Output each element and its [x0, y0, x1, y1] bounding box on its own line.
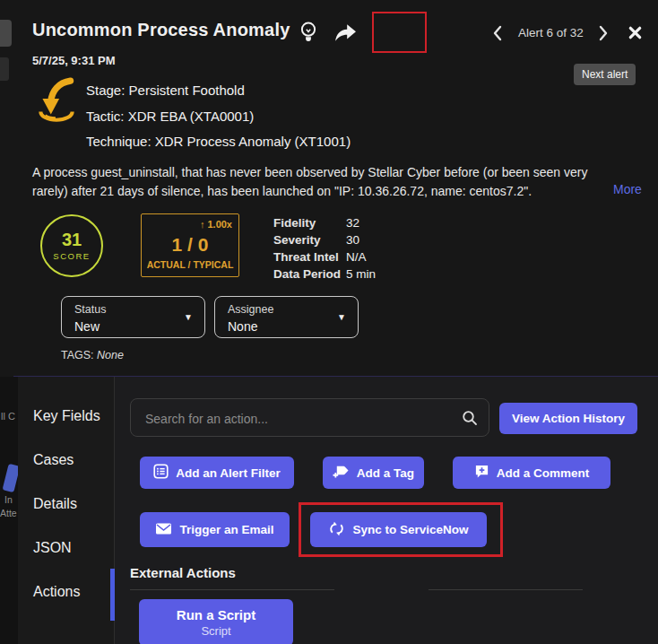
divider: [130, 589, 334, 590]
kill-chain-tactic: Tactic: XDR EBA (XTA0001): [86, 109, 254, 124]
background-fragment: [0, 57, 9, 81]
ratio-multiplier: ↑ 1.00x: [200, 219, 232, 230]
metric-row: Threat Intel N/A: [273, 248, 376, 265]
annotation-box-top: [372, 12, 427, 53]
background-strip: ll C In Atte: [0, 377, 18, 644]
page-title: Uncommon Process Anomaly: [32, 20, 290, 40]
chevron-down-icon: ▼: [337, 312, 346, 322]
add-comment-button[interactable]: Add a Comment: [453, 457, 610, 489]
run-script-button[interactable]: Run a Script Script: [139, 599, 293, 644]
background-text-fragment: ll C: [1, 411, 15, 422]
chevron-down-icon: ▼: [184, 312, 193, 322]
kill-chain-stage: Stage: Persistent Foothold: [86, 83, 245, 98]
tab-json[interactable]: JSON: [33, 540, 72, 556]
background-text-fragment: In: [4, 494, 13, 505]
add-alert-filter-button[interactable]: Add an Alert Filter: [140, 457, 294, 489]
alert-pagination: Alert 6 of 32: [518, 26, 584, 39]
annotation-box-sync: [299, 502, 503, 557]
status-dropdown[interactable]: Status New ▼: [61, 296, 205, 338]
ratio-label: ACTUAL / TYPICAL: [142, 259, 238, 270]
add-tag-button[interactable]: Add a Tag: [323, 457, 424, 489]
next-alert-tooltip: Next alert: [574, 64, 636, 85]
search-input[interactable]: [143, 399, 452, 438]
score-label: SCORE: [53, 251, 90, 261]
metrics-table: Fidelity 32 Severity 30 Threat Intel N/A…: [273, 214, 376, 283]
metric-row: Severity 30: [273, 231, 376, 248]
metric-row: Data Period 5 min: [273, 265, 376, 283]
detail-tabs-sidebar: Key Fields Cases Details JSON Actions: [18, 377, 115, 644]
close-icon[interactable]: [628, 25, 643, 44]
tag-plus-icon: [333, 464, 350, 482]
background-icon-fragment: [3, 464, 18, 492]
alert-timestamp: 5/7/25, 9:31 PM: [32, 54, 116, 67]
score-badge: 31 SCORE: [40, 214, 103, 277]
metric-row: Fidelity 32: [273, 214, 376, 231]
share-icon[interactable]: [332, 22, 359, 48]
alert-detail-panel: Uncommon Process Anomaly Alert 6 of 32 5…: [0, 0, 658, 644]
tab-details[interactable]: Details: [33, 496, 77, 512]
comment-plus-icon: [474, 464, 489, 482]
background-text-fragment: Atte: [0, 508, 17, 518]
actual-typical-box: ↑ 1.00x 1 / 0 ACTUAL / TYPICAL: [141, 213, 239, 277]
kill-chain-technique: Technique: XDR Process Anomaly (XT1001): [86, 134, 351, 149]
tab-key-fields[interactable]: Key Fields: [33, 408, 100, 424]
external-actions-heading: External Actions: [130, 565, 236, 580]
background-fragment: [0, 20, 12, 47]
chevron-left-icon[interactable]: [492, 25, 503, 45]
tab-cases[interactable]: Cases: [33, 452, 74, 468]
assignee-dropdown[interactable]: Assignee None ▼: [214, 296, 359, 338]
search-icon: [462, 410, 478, 430]
trigger-email-button[interactable]: Trigger an Email: [140, 512, 290, 547]
action-search[interactable]: [130, 398, 489, 437]
alert-description: A process guest_uninstall, that has neve…: [32, 163, 626, 201]
view-action-history-button[interactable]: View Action History: [499, 403, 637, 434]
chevron-right-icon[interactable]: [598, 25, 609, 45]
tags-line: TAGS: None: [61, 349, 124, 361]
score-value: 31: [62, 231, 82, 248]
alert-filter-icon: [153, 464, 169, 482]
lightbulb-icon[interactable]: [299, 21, 318, 49]
divider: [429, 589, 583, 590]
ratio-value: 1 / 0: [142, 234, 238, 256]
kill-chain-stage-icon: [33, 77, 80, 129]
more-link[interactable]: More: [613, 182, 642, 196]
envelope-icon: [155, 521, 172, 538]
run-script-sublabel: Script: [201, 624, 230, 638]
tab-actions[interactable]: Actions: [33, 584, 80, 600]
